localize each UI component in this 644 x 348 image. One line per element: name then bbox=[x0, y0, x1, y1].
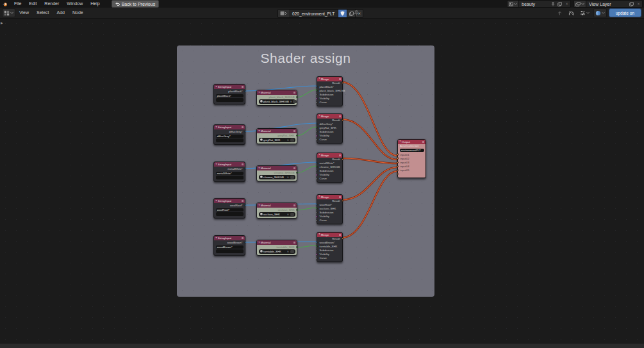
material-selector-field[interactable]: chrome_SHKGB✕ bbox=[259, 175, 295, 179]
node-header-icon[interactable] bbox=[242, 86, 244, 88]
output-socket[interactable] bbox=[296, 96, 298, 98]
input-socket[interactable] bbox=[316, 178, 318, 179]
output-node[interactable]: ▾Output AssetCollection environmentPLT i… bbox=[397, 139, 426, 178]
collapse-caret-icon[interactable]: ▾ bbox=[216, 200, 217, 203]
output-socket[interactable] bbox=[244, 90, 246, 92]
string-extra-field[interactable] bbox=[216, 98, 244, 102]
material-node[interactable]: ▾Material turntable_SHK turntable_SHK✕ bbox=[256, 240, 297, 256]
input-socket[interactable] bbox=[316, 94, 318, 95]
menu-select[interactable]: Select bbox=[33, 9, 53, 17]
string-value-field[interactable]: woolRoof* bbox=[216, 208, 244, 212]
output-socket[interactable] bbox=[244, 242, 246, 244]
node-header-icon[interactable] bbox=[293, 242, 295, 244]
string-extra-field[interactable] bbox=[216, 138, 244, 142]
view-layer-copy-icon[interactable] bbox=[628, 1, 635, 7]
scene-unlink-icon[interactable]: ✕ bbox=[563, 1, 570, 7]
string-value-field[interactable]: diffusGrey* bbox=[216, 135, 244, 138]
material-node[interactable]: ▾Material chrome_SHKGB chrome_SHKGB✕ bbox=[256, 165, 297, 181]
snapping-options-button[interactable] bbox=[578, 8, 591, 17]
input-socket[interactable] bbox=[316, 127, 318, 129]
collapse-caret-icon[interactable]: ▾ bbox=[319, 115, 320, 117]
material-node[interactable]: ▾Material occlusn_SHK occlusn_SHK✕ bbox=[256, 203, 297, 219]
string-value-field[interactable]: woodBrown* bbox=[216, 245, 244, 249]
material-options-button[interactable] bbox=[290, 176, 294, 179]
node-tree-name[interactable]: 020_environment_PLT bbox=[289, 12, 338, 16]
input-socket[interactable] bbox=[316, 174, 318, 176]
input-socket[interactable] bbox=[316, 86, 318, 88]
input-socket[interactable] bbox=[397, 169, 399, 171]
input-socket[interactable] bbox=[316, 257, 318, 259]
input-socket[interactable] bbox=[316, 138, 318, 140]
collapse-caret-icon[interactable]: ▾ bbox=[216, 126, 217, 129]
input-socket[interactable] bbox=[316, 253, 318, 255]
node-header[interactable]: ▾StringInput bbox=[214, 85, 245, 89]
menu-edit[interactable]: Edit bbox=[25, 0, 40, 8]
material-node[interactable]: ▾Material plasti_black_SHKGB plasti_blac… bbox=[256, 90, 297, 106]
material-node[interactable]: ▾Material greyRat_SHK greyRat_SHK✕ bbox=[256, 128, 297, 144]
input-socket[interactable] bbox=[316, 170, 318, 172]
scene-new-copy-icon[interactable] bbox=[556, 1, 563, 7]
input-socket[interactable] bbox=[316, 101, 318, 103]
node-header-icon[interactable] bbox=[339, 154, 341, 156]
input-socket[interactable] bbox=[316, 162, 318, 164]
menu-view[interactable]: View bbox=[15, 9, 33, 17]
string-value-field[interactable]: metalWhite* bbox=[216, 172, 244, 176]
output-socket[interactable] bbox=[244, 204, 246, 206]
node-header[interactable]: ▾Material bbox=[257, 90, 297, 95]
string-extra-field[interactable] bbox=[216, 249, 244, 253]
menu-file[interactable]: File bbox=[10, 0, 25, 8]
node-header-icon[interactable] bbox=[293, 167, 295, 169]
input-socket[interactable] bbox=[316, 208, 318, 210]
input-socket[interactable] bbox=[316, 123, 318, 125]
output-socket[interactable] bbox=[296, 209, 298, 211]
node-header[interactable]: ▾Material bbox=[257, 129, 297, 133]
output-socket[interactable] bbox=[296, 246, 298, 248]
input-socket[interactable] bbox=[397, 165, 399, 167]
string-extra-field[interactable] bbox=[216, 212, 244, 216]
menu-add[interactable]: Add bbox=[53, 9, 69, 17]
material-options-button[interactable] bbox=[290, 138, 294, 142]
input-socket[interactable] bbox=[316, 135, 318, 137]
input-socket[interactable] bbox=[316, 211, 318, 213]
input-socket[interactable] bbox=[316, 90, 318, 92]
string-input-node[interactable]: ▾StringInput diffusGrey* diffusGrey* bbox=[213, 124, 245, 145]
collection-name-field[interactable]: environmentPLT bbox=[400, 149, 424, 153]
scene-pin-icon[interactable] bbox=[549, 1, 556, 7]
editor-type-button[interactable] bbox=[2, 8, 15, 17]
material-selector-field[interactable]: plasti_black_SHKGB✕ bbox=[259, 99, 295, 104]
node-header-icon[interactable] bbox=[242, 126, 244, 128]
node-header-icon[interactable] bbox=[339, 234, 341, 236]
output-socket[interactable] bbox=[244, 131, 246, 133]
collapse-caret-icon[interactable]: ▾ bbox=[319, 154, 320, 156]
node-header-icon[interactable] bbox=[293, 130, 295, 132]
collapse-caret-icon[interactable]: ▾ bbox=[259, 92, 260, 94]
node-header[interactable]: ▾Material bbox=[257, 203, 297, 208]
view-layer-browse-button[interactable] bbox=[574, 1, 586, 7]
input-socket[interactable] bbox=[316, 219, 318, 221]
node-editor-canvas[interactable]: ▸ Shader assign bbox=[0, 18, 644, 343]
output-socket[interactable] bbox=[296, 135, 298, 137]
string-input-node[interactable]: ▾StringInput plastiBlack* plastiBlack* bbox=[213, 84, 245, 104]
input-socket[interactable] bbox=[316, 204, 318, 206]
back-to-previous-button[interactable]: Back to Previous bbox=[111, 0, 160, 8]
node-header-icon[interactable] bbox=[293, 92, 295, 94]
merge-node[interactable]: ▾Merge Result woolRoof* occlusn_SHK Subd… bbox=[317, 194, 343, 224]
input-socket[interactable] bbox=[316, 166, 318, 168]
node-header[interactable]: ▾StringInput bbox=[214, 162, 245, 167]
go-to-parent-button[interactable] bbox=[555, 8, 565, 17]
region-toggle-arrow[interactable]: ▸ bbox=[1, 21, 3, 26]
node-header-icon[interactable] bbox=[242, 200, 244, 202]
pin-icon[interactable] bbox=[354, 10, 359, 16]
input-socket[interactable] bbox=[316, 97, 318, 99]
blender-logo-icon[interactable] bbox=[2, 2, 8, 6]
collapse-caret-icon[interactable]: ▾ bbox=[319, 78, 320, 80]
node-header[interactable]: ▾StringInput bbox=[214, 199, 245, 203]
collapse-caret-icon[interactable]: ▾ bbox=[259, 167, 260, 170]
view-layer-remove-icon[interactable]: ✕ bbox=[635, 1, 642, 7]
collapse-caret-icon[interactable]: ▾ bbox=[216, 163, 217, 166]
string-extra-field[interactable] bbox=[216, 176, 244, 179]
collapse-caret-icon[interactable]: ▾ bbox=[216, 86, 217, 88]
scene-selector[interactable]: beauty ✕ bbox=[507, 0, 571, 8]
string-value-field[interactable]: plastiBlack* bbox=[216, 94, 244, 98]
collapse-caret-icon[interactable]: ▾ bbox=[259, 130, 260, 133]
